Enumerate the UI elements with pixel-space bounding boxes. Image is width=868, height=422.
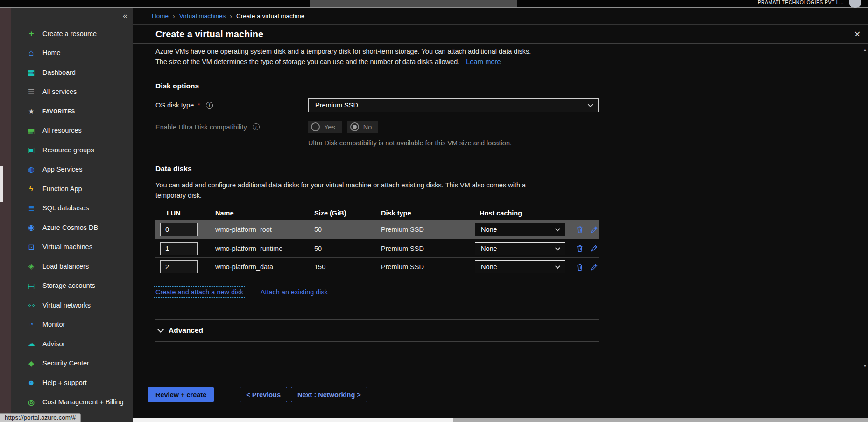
- os-disk-type-dropdown[interactable]: Premium SSD: [308, 98, 599, 112]
- page-title-bar: Create a virtual machine ×: [133, 24, 868, 44]
- delete-disk-button[interactable]: [575, 263, 584, 272]
- intro-line1: Azure VMs have one operating system disk…: [155, 47, 618, 57]
- col-host-caching: Host caching: [475, 209, 570, 217]
- create-attach-disk-link[interactable]: Create and attach a new disk: [155, 288, 243, 296]
- lun-input[interactable]: [160, 223, 198, 236]
- app-services-icon: ◍: [26, 165, 36, 174]
- breadcrumb-virtual-machines-link[interactable]: Virtual machines: [179, 13, 226, 20]
- sidebar-item-virtual-networks[interactable]: ‹··› Virtual networks: [11, 295, 133, 315]
- data-disk-row: wmo-platform_runtime 50 Premium SSD None: [155, 239, 599, 257]
- load-balancers-icon: ◈: [26, 262, 36, 271]
- host-caching-dropdown[interactable]: None: [475, 223, 565, 236]
- data-disks-heading: Data disks: [155, 165, 861, 173]
- sidebar-item-all-resources[interactable]: ▦ All resources: [11, 121, 133, 141]
- cost-management-icon: ◎: [26, 398, 36, 407]
- next-networking-button[interactable]: Next : Networking >: [291, 387, 367, 402]
- chevron-down-icon: [555, 245, 560, 250]
- edit-disk-button[interactable]: [590, 263, 599, 272]
- sidebar-collapse-button[interactable]: «: [123, 11, 127, 21]
- hscroll-thumb[interactable]: [453, 418, 868, 422]
- scroll-down-icon[interactable]: ▼: [862, 364, 868, 368]
- sidebar-item-home[interactable]: ⌂ Home: [11, 43, 133, 63]
- sidebar-item-monitor[interactable]: ◔ Monitor: [11, 315, 133, 335]
- sidebar-item-help-support[interactable]: ☻ Help + support: [11, 373, 133, 393]
- disk-links: Create and attach a new disk Attach an e…: [155, 288, 861, 296]
- dashboard-icon: ▦: [26, 68, 36, 77]
- sidebar-item-storage-accounts[interactable]: ▤ Storage accounts: [11, 276, 133, 296]
- disk-name: wmo-platform_root: [215, 226, 314, 233]
- sql-databases-icon: ≣: [26, 204, 36, 213]
- sidebar-item-cost-management-billing[interactable]: ◎ Cost Management + Billing: [11, 393, 133, 412]
- edit-disk-button[interactable]: [590, 244, 599, 253]
- review-create-button[interactable]: Review + create: [148, 387, 214, 402]
- disk-name: wmo-platform_runtime: [215, 245, 314, 252]
- attach-existing-disk-link[interactable]: Attach an existing disk: [261, 288, 328, 296]
- disk-name: wmo-platform_data: [215, 263, 314, 271]
- ultra-disk-row: Enable Ultra Disk compatibility i Yes No: [155, 121, 861, 133]
- avatar[interactable]: [849, 0, 861, 8]
- top-bar: PRAMATI TECHNOLOGIES PVT L...: [0, 0, 868, 8]
- lun-input[interactable]: [160, 242, 198, 255]
- sidebar-item-advisor[interactable]: ☁ Advisor: [11, 334, 133, 354]
- trash-icon: [575, 263, 584, 272]
- star-icon: ★: [26, 107, 36, 115]
- lun-input[interactable]: [160, 260, 198, 273]
- os-disk-type-label: OS disk type* i: [155, 101, 308, 109]
- cosmos-db-icon: ◉: [26, 223, 36, 232]
- browser-artifact: [310, 0, 517, 7]
- info-icon[interactable]: i: [206, 102, 213, 109]
- data-disks-table: LUN Name Size (GiB) Disk type Host cachi…: [155, 206, 599, 276]
- delete-disk-button[interactable]: [575, 244, 584, 253]
- all-services-icon: ☰: [26, 87, 36, 96]
- scrollbar-track[interactable]: [865, 55, 865, 361]
- learn-more-link[interactable]: Learn more: [466, 58, 501, 65]
- info-icon[interactable]: i: [253, 123, 260, 130]
- breadcrumb-separator: ›: [173, 13, 175, 20]
- sidebar-item-dashboard[interactable]: ▦ Dashboard: [11, 63, 133, 82]
- intro-line2: The size of the VM determines the type o…: [155, 57, 618, 67]
- form-scroll-region: Azure VMs have one operating system disk…: [133, 44, 861, 371]
- horizontal-scrollbar[interactable]: [133, 418, 868, 422]
- function-app-icon: ϟ: [26, 185, 36, 193]
- virtual-machines-icon: ⊡: [26, 243, 36, 251]
- vertical-scrollbar[interactable]: ▲ ▼: [862, 48, 868, 368]
- previous-button[interactable]: < Previous: [240, 387, 287, 402]
- ultra-disk-label: Enable Ultra Disk compatibility i: [155, 123, 308, 131]
- sidebar-item-create-a-resource[interactable]: + Create a resource: [11, 24, 133, 43]
- breadcrumb: Home › Virtual machines › Create a virtu…: [133, 8, 868, 24]
- page-title: Create a virtual machine: [133, 25, 868, 43]
- col-disk-type: Disk type: [381, 209, 475, 217]
- sidebar-item-all-services[interactable]: ☰ All services: [11, 82, 133, 102]
- resource-groups-icon: ▣: [26, 145, 36, 154]
- breadcrumb-home-link[interactable]: Home: [152, 13, 169, 20]
- disk-options-heading: Disk options: [155, 82, 861, 90]
- sidebar-item-security-center[interactable]: ◆ Security Center: [11, 354, 133, 373]
- breadcrumb-current: Create a virtual machine: [236, 13, 304, 20]
- radio-no: No: [347, 121, 379, 133]
- sidebar-item-load-balancers[interactable]: ◈ Load balancers: [11, 257, 133, 276]
- disk-type: Premium SSD: [381, 263, 475, 271]
- col-name: Name: [215, 209, 314, 217]
- pencil-icon: [590, 263, 599, 272]
- disk-size: 50: [314, 226, 381, 233]
- radio-yes-circle: [311, 122, 320, 131]
- host-caching-dropdown[interactable]: None: [475, 242, 565, 255]
- delete-disk-button[interactable]: [575, 225, 584, 234]
- sidebar-item-function-app[interactable]: ϟ Function App: [11, 179, 133, 199]
- disk-size: 50: [314, 245, 381, 252]
- main-content: Home › Virtual machines › Create a virtu…: [133, 8, 868, 422]
- footer-bar: Review + create < Previous Next : Networ…: [133, 371, 868, 422]
- scroll-up-icon[interactable]: ▲: [862, 48, 868, 52]
- edit-disk-button[interactable]: [590, 225, 599, 234]
- sidebar-item-resource-groups[interactable]: ▣ Resource groups: [11, 140, 133, 160]
- close-icon[interactable]: ×: [854, 28, 861, 41]
- intro-text: Azure VMs have one operating system disk…: [155, 47, 618, 67]
- sidebar-item-virtual-machines[interactable]: ⊡ Virtual machines: [11, 237, 133, 257]
- tenant-name[interactable]: PRAMATI TECHNOLOGIES PVT L...: [758, 0, 844, 5]
- required-asterisk: *: [198, 101, 200, 109]
- sidebar-item-sql-databases[interactable]: ≣ SQL databases: [11, 199, 133, 218]
- host-caching-dropdown[interactable]: None: [475, 260, 565, 273]
- sidebar-item-azure-cosmos-db[interactable]: ◉ Azure Cosmos DB: [11, 218, 133, 237]
- advanced-toggle[interactable]: Advanced: [155, 319, 599, 342]
- sidebar-item-app-services[interactable]: ◍ App Services: [11, 160, 133, 179]
